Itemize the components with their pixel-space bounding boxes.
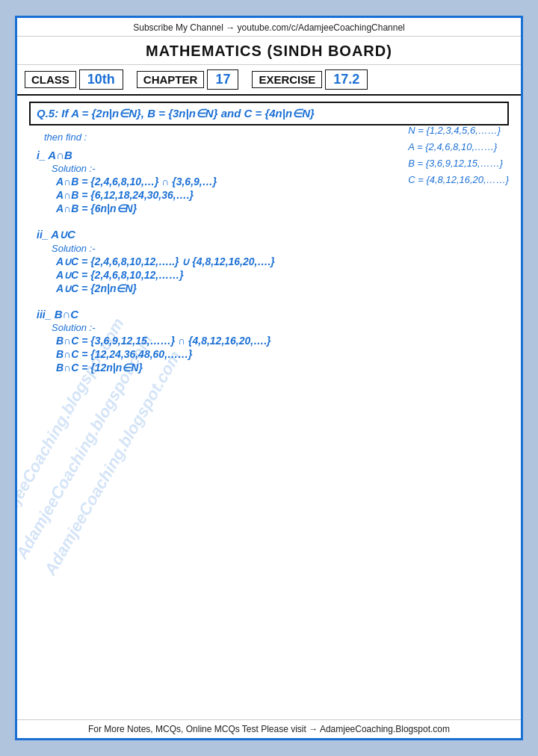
exercise-cell: EXERCISE 17.2 <box>252 69 368 90</box>
chapter-value: 17 <box>207 69 238 90</box>
bottom-banner: For More Notes, MCQs, Online MCQs Test P… <box>17 719 521 738</box>
top-banner: Subscribe My Channel → youtube.com/c/Ada… <box>17 18 521 37</box>
section-3-title: iii_ B∩C <box>37 308 509 320</box>
section-1-name: A∩B <box>48 149 72 161</box>
chapter-cell: CHAPTER 17 <box>137 69 239 90</box>
math-line-3-2: B∩C = {12n|n∈N} <box>56 362 509 374</box>
right-info-n: N = {1,2,3,4,5,6,……} <box>408 123 509 139</box>
roman-2: ii_ <box>37 229 49 241</box>
question-text: Q.5: If A = {2n|n∈N}, B = {3n|n∈N} and C… <box>37 107 315 120</box>
section-2-title: ii_ A∪C <box>37 228 509 241</box>
math-line-3-1: B∩C = {12,24,36,48,60,……} <box>56 348 509 360</box>
roman-3: iii_ <box>37 309 51 320</box>
class-value: 10th <box>79 69 123 90</box>
section-2: ii_ A∪C Solution :- A∪C = {2,4,6,8,10,12… <box>29 228 509 294</box>
chapter-label: CHAPTER <box>137 71 205 88</box>
math-line-2-0: A∪C = {2,4,6,8,10,12,…..} ∪ {4,8,12,16,2… <box>56 255 509 267</box>
top-banner-text: Subscribe My Channel → youtube.com/c/Ada… <box>133 22 405 33</box>
solution-label-2: Solution :- <box>52 243 509 254</box>
page: Subscribe My Channel → youtube.com/c/Ada… <box>15 16 523 740</box>
roman-1: i_ <box>37 149 46 161</box>
math-line-2-1: A∪C = {2,4,6,8,10,12,……} <box>56 269 509 281</box>
section-2-name: A∪C <box>51 228 75 241</box>
info-row: CLASS 10th CHAPTER 17 EXERCISE 17.2 <box>17 65 521 96</box>
math-line-1-1: A∩B = {6,12,18,24,30,36,….} <box>56 189 509 201</box>
section-3-name: B∩C <box>55 308 79 320</box>
right-info-b: B = {3,6,9,12,15,……} <box>408 155 509 172</box>
math-line-1-2: A∩B = {6n|n∈N} <box>56 202 509 214</box>
exercise-value: 17.2 <box>325 69 368 90</box>
solution-label-3: Solution :- <box>52 322 509 333</box>
right-info-c: C = {4,8,12,16,20,……} <box>408 172 509 188</box>
math-line-2-2: A∪C = {2n|n∈N} <box>56 282 509 294</box>
bottom-banner-text: For More Notes, MCQs, Online MCQs Test P… <box>88 724 450 734</box>
sub-info-row: then find : N = {1,2,3,4,5,6,……} A = {2,… <box>29 131 509 143</box>
math-line-3-0: B∩C = {3,6,9,12,15,……} ∩ {4,8,12,16,20,…… <box>56 335 509 347</box>
class-label: CLASS <box>25 71 76 88</box>
section-3: iii_ B∩C Solution :- B∩C = {3,6,9,12,15,… <box>29 308 509 374</box>
right-info: N = {1,2,3,4,5,6,……} A = {2,4,6,8,10,……}… <box>408 123 509 188</box>
page-title: MATHEMATICS (SINDH BOARD) <box>17 37 521 65</box>
exercise-label: EXERCISE <box>252 71 322 88</box>
content-area: AdamjeeCoaching.blogspot.comAdamjeeCoach… <box>17 96 521 719</box>
right-info-a: A = {2,4,6,8,10,……} <box>408 139 509 155</box>
class-cell: CLASS 10th <box>25 69 123 90</box>
